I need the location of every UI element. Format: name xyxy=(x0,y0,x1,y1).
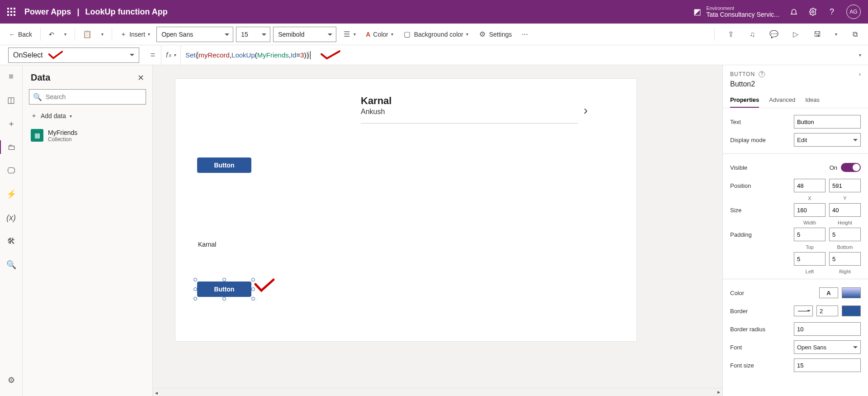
settings-rail-icon[interactable]: ⚙ xyxy=(0,373,23,387)
tools-icon[interactable]: 🛠 xyxy=(0,234,23,248)
environment-icon: ◩ xyxy=(693,7,702,16)
publish-button[interactable]: ⧉ xyxy=(847,29,863,40)
plus-icon: ＋ xyxy=(120,30,127,38)
text-input[interactable] xyxy=(794,115,861,129)
formula-input[interactable]: Set(myRecord, LookUp(MyFriends, Id =3)) xyxy=(181,50,852,61)
variables-icon[interactable]: (x) xyxy=(0,211,23,224)
panel-expand-icon[interactable]: › xyxy=(859,71,861,77)
tree-view-icon[interactable]: ≡ xyxy=(0,70,23,83)
undo-button[interactable]: ↶ xyxy=(45,29,58,40)
chevron-right-icon[interactable]: › xyxy=(584,103,588,118)
fill-icon: ▢ xyxy=(403,30,411,38)
position-y-input[interactable] xyxy=(829,179,861,192)
border-style-select[interactable] xyxy=(794,305,813,316)
checker-button[interactable]: ♫ xyxy=(745,29,760,40)
app-canvas[interactable]: Karnal Ankush › Button Karnal Button xyxy=(175,79,637,341)
chevron-down-icon: ▾ xyxy=(64,32,66,37)
search-input[interactable] xyxy=(45,93,142,101)
control-type: BUTTON xyxy=(730,71,755,77)
font-size-label: Font size xyxy=(730,362,794,369)
app-header: Power Apps | LookUp function App ◩ Envir… xyxy=(0,0,868,24)
text-color-button[interactable]: A Color ▾ xyxy=(362,29,397,40)
button1[interactable]: Button xyxy=(197,157,251,173)
comment-icon: 💬 xyxy=(770,30,778,38)
comments-button[interactable]: 💬 xyxy=(766,29,782,40)
left-rail: ≡ ◫ ＋ 🗀 🖵 ⚡ (x) 🛠 🔍 ⚙ xyxy=(0,65,23,396)
settings-label: Settings xyxy=(489,31,512,38)
bgcolor-label: Background color xyxy=(414,31,463,38)
tab-properties[interactable]: Properties xyxy=(730,93,759,108)
formula-bar: OnSelect = fx▾ Set(myRecord, LookUp(MyFr… xyxy=(0,45,868,65)
bg-color-button[interactable]: ▢ Background color ▾ xyxy=(400,29,472,40)
font-family-select[interactable]: Open Sans xyxy=(156,27,233,42)
user-avatar[interactable]: AG xyxy=(846,5,861,19)
more-actions[interactable]: ⋯ xyxy=(518,29,532,40)
fill-color-swatch[interactable] xyxy=(842,287,861,298)
width-input[interactable] xyxy=(794,203,826,217)
save-menu[interactable]: ▾ xyxy=(831,30,841,38)
align-icon: ☰ xyxy=(343,30,351,38)
padding-top-input[interactable] xyxy=(794,228,826,241)
border-radius-input[interactable] xyxy=(794,322,861,336)
save-button[interactable]: 🖫 xyxy=(810,29,825,40)
align-button[interactable]: ☰▾ xyxy=(339,29,359,40)
text-label: Text xyxy=(730,119,794,125)
help-icon[interactable]: ? xyxy=(827,7,836,16)
border-label: Border xyxy=(730,308,794,315)
tab-advanced[interactable]: Advanced xyxy=(769,93,795,108)
tab-ideas[interactable]: Ideas xyxy=(805,93,820,108)
notifications-icon[interactable] xyxy=(789,7,798,16)
data-source-type: Collection xyxy=(48,136,77,143)
data-source-item[interactable]: ▦ MyFriends Collection xyxy=(27,125,148,146)
environment-picker[interactable]: ◩ Environment Tata Consultancy Servic... xyxy=(693,6,779,18)
add-icon[interactable]: ＋ xyxy=(0,117,23,130)
back-button[interactable]: ← Back xyxy=(5,29,36,40)
padding-right-input[interactable] xyxy=(829,252,861,266)
visible-value: On xyxy=(830,164,837,171)
display-mode-select[interactable]: Edit xyxy=(794,133,861,147)
data-pane-icon[interactable]: 🗀 xyxy=(0,140,23,154)
media-icon[interactable]: 🖵 xyxy=(0,164,23,177)
scroll-left-icon[interactable]: ◂ xyxy=(153,389,160,396)
paste-button[interactable]: 📋 xyxy=(80,29,95,40)
paste-menu[interactable]: ▾ xyxy=(98,30,107,38)
undo-menu[interactable]: ▾ xyxy=(61,30,70,38)
property-select[interactable]: OnSelect xyxy=(8,48,139,63)
info-icon[interactable]: ? xyxy=(759,71,765,77)
insert-button[interactable]: ＋ Insert ▾ xyxy=(117,29,154,40)
height-input[interactable] xyxy=(829,203,861,217)
position-x-input[interactable] xyxy=(794,179,826,192)
close-panel-icon[interactable]: ✕ xyxy=(137,73,144,83)
padding-left-input[interactable] xyxy=(794,252,826,266)
visible-toggle[interactable] xyxy=(841,163,861,172)
save-icon: 🖫 xyxy=(813,30,821,38)
padding-bottom-input[interactable] xyxy=(829,228,861,241)
preview-button[interactable]: ▷ xyxy=(788,29,803,40)
insert-pane-icon[interactable]: ◫ xyxy=(0,93,23,107)
font-size-input[interactable]: 15 xyxy=(236,27,270,42)
header-title: Power Apps | LookUp function App xyxy=(24,7,168,17)
button2-selected[interactable]: Button xyxy=(197,281,251,297)
border-width-input[interactable] xyxy=(816,305,838,316)
share-button[interactable]: ⇪ xyxy=(723,29,738,40)
fx-indicator[interactable]: fx▾ xyxy=(161,45,181,65)
app-launcher-icon[interactable] xyxy=(7,8,15,16)
font-size-input[interactable] xyxy=(794,358,861,372)
font-select[interactable]: Open Sans xyxy=(794,340,861,354)
formula-expand[interactable]: ▾ xyxy=(852,52,868,57)
horizontal-scrollbar[interactable]: ◂ ▸ xyxy=(153,388,722,395)
right-sublabel: Right xyxy=(829,269,861,274)
add-data-button[interactable]: ＋ Add data ▾ xyxy=(23,109,152,123)
border-color-swatch[interactable] xyxy=(842,305,861,316)
scroll-right-icon[interactable]: ▸ xyxy=(715,388,722,396)
settings-icon[interactable] xyxy=(808,7,817,16)
power-automate-icon[interactable]: ⚡ xyxy=(0,187,23,201)
settings-button[interactable]: ⚙ Settings xyxy=(475,29,516,40)
color-label: Color xyxy=(730,290,819,296)
data-search[interactable]: 🔍 xyxy=(29,89,146,105)
search-icon[interactable]: 🔍 xyxy=(0,258,23,272)
gallery-card[interactable]: Karnal Ankush › xyxy=(361,95,582,124)
font-weight-select[interactable]: Semibold xyxy=(273,27,336,42)
data-panel-title: Data xyxy=(31,72,50,83)
text-color-swatch[interactable]: A xyxy=(819,287,838,298)
